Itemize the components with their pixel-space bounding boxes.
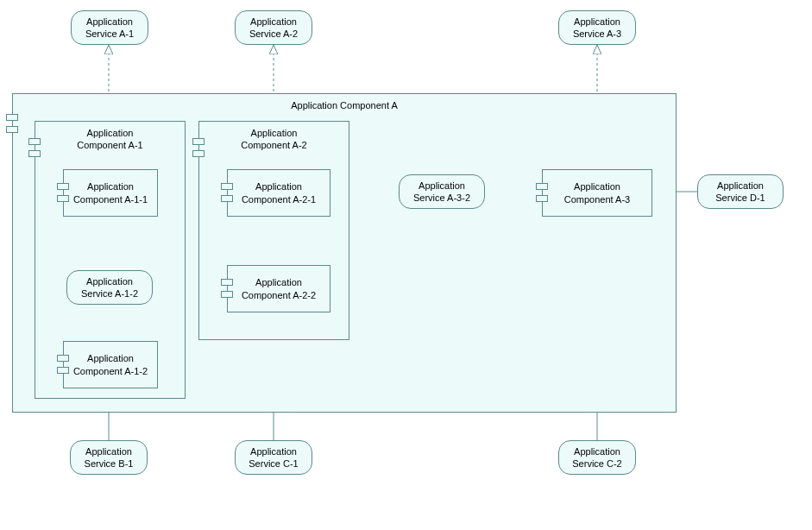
label: ApplicationComponent A-2-1 xyxy=(242,180,316,205)
label: ApplicationService D-1 xyxy=(715,180,765,205)
notch-icon xyxy=(28,150,41,157)
notch-icon xyxy=(221,183,233,190)
service-a2: ApplicationService A-2 xyxy=(235,10,312,45)
service-c2: ApplicationService C-2 xyxy=(558,440,636,475)
notch-icon xyxy=(57,355,69,362)
component-a-title: Application Component A xyxy=(13,94,676,111)
label: ApplicationComponent A-1-2 xyxy=(73,352,148,377)
notch-icon xyxy=(57,183,69,190)
notch-icon xyxy=(221,195,233,202)
notch-icon xyxy=(6,126,18,133)
notch-icon xyxy=(6,114,18,121)
service-b1: ApplicationService B-1 xyxy=(70,440,148,475)
label: ApplicationService C-1 xyxy=(249,445,298,470)
label: ApplicationComponent A-2-2 xyxy=(242,276,316,301)
label: ApplicationService C-2 xyxy=(572,445,621,470)
label: ApplicationService A-2 xyxy=(249,16,298,41)
notch-icon xyxy=(192,138,205,145)
notch-icon xyxy=(536,183,548,190)
label: ApplicationService A-1 xyxy=(85,16,134,41)
notch-icon xyxy=(192,150,205,157)
service-c1: ApplicationService C-1 xyxy=(235,440,312,475)
notch-icon xyxy=(536,195,548,202)
service-d1: ApplicationService D-1 xyxy=(697,174,784,209)
diagram-canvas: ApplicationService A-1 ApplicationServic… xyxy=(0,0,812,530)
component-a2-title: ApplicationComponent A-2 xyxy=(199,122,349,152)
service-a1: ApplicationService A-1 xyxy=(71,10,148,45)
component-a1-title: ApplicationComponent A-1 xyxy=(35,122,185,152)
label: ApplicationComponent A-1-1 xyxy=(73,180,148,205)
notch-icon xyxy=(221,291,233,298)
label: ApplicationService A-3-2 xyxy=(413,180,470,205)
notch-icon xyxy=(28,138,41,145)
label: ApplicationService A-1-2 xyxy=(81,275,138,300)
label: ApplicationService B-1 xyxy=(85,445,134,470)
service-a12: ApplicationService A-1-2 xyxy=(66,270,153,305)
component-a21: ApplicationComponent A-2-1 xyxy=(227,169,330,217)
component-a3: ApplicationComponent A-3 xyxy=(542,169,652,217)
label: ApplicationComponent A-3 xyxy=(564,180,630,205)
component-a11: ApplicationComponent A-1-1 xyxy=(63,169,158,217)
service-a3: ApplicationService A-3 xyxy=(558,10,636,45)
label: ApplicationService A-3 xyxy=(573,16,621,41)
component-a12: ApplicationComponent A-1-2 xyxy=(63,341,158,388)
notch-icon xyxy=(221,279,233,286)
notch-icon xyxy=(57,367,69,374)
service-a32: ApplicationService A-3-2 xyxy=(399,174,485,209)
component-a22: ApplicationComponent A-2-2 xyxy=(227,265,330,312)
notch-icon xyxy=(57,195,69,202)
